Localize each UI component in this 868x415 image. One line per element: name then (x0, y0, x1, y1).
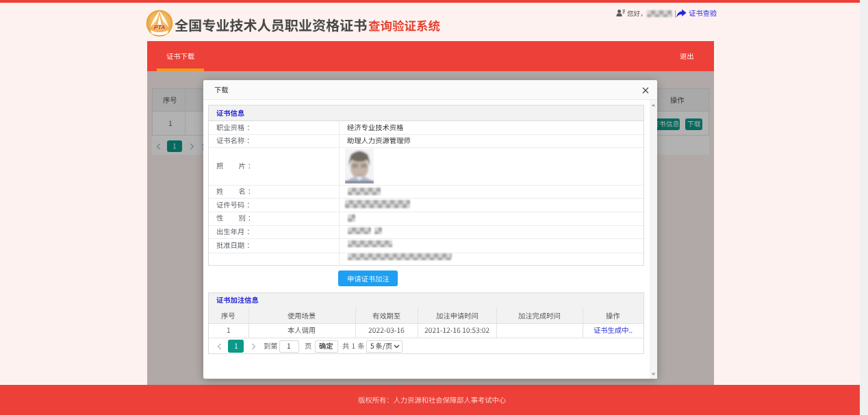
svg-text:PTA: PTA (154, 24, 166, 31)
